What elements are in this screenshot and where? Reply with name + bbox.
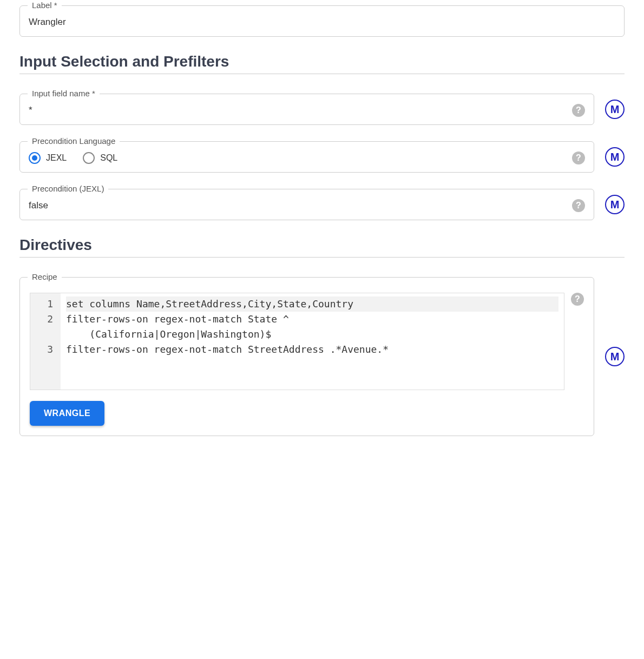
input-field-name-input[interactable] xyxy=(29,104,572,117)
label-fieldset: Label * xyxy=(19,5,625,37)
help-icon[interactable]: ? xyxy=(572,104,585,117)
radio-selected-icon xyxy=(29,152,41,164)
label-input[interactable] xyxy=(29,16,615,29)
macro-icon[interactable]: M xyxy=(605,347,625,366)
code-line: filter-rows-on regex-not-match StreetAdd… xyxy=(66,342,558,357)
code-gutter: 1 2 3 xyxy=(30,293,61,390)
wrangle-button[interactable]: WRANGLE xyxy=(30,401,104,426)
code-lines: set columns Name,StreetAddress,City,Stat… xyxy=(61,293,564,390)
precondition-language-option-jexl[interactable]: JEXL xyxy=(29,152,67,164)
code-line: (California|Oregon|Washington)$ xyxy=(66,327,558,342)
radio-label: JEXL xyxy=(46,153,67,163)
label-field-legend: Label * xyxy=(28,1,62,10)
macro-icon[interactable]: M xyxy=(605,195,625,214)
radio-label: SQL xyxy=(100,153,117,163)
code-line: set columns Name,StreetAddress,City,Stat… xyxy=(66,296,558,312)
section-rule xyxy=(19,74,625,74)
recipe-code-editor[interactable]: 1 2 3 set columns Name,StreetAddress,Cit… xyxy=(30,293,564,390)
recipe-legend: Recipe xyxy=(28,272,62,281)
code-line: filter-rows-on regex-not-match State ^ xyxy=(66,312,558,327)
macro-icon[interactable]: M xyxy=(605,147,625,167)
precondition-language-legend: Precondition Language xyxy=(28,136,120,146)
precondition-language-option-sql[interactable]: SQL xyxy=(83,152,117,164)
precondition-jexl-input[interactable] xyxy=(29,199,572,212)
precondition-language-fieldset: Precondition Language JEXL SQL ? xyxy=(19,141,594,173)
help-icon[interactable]: ? xyxy=(571,293,584,306)
help-icon[interactable]: ? xyxy=(572,199,585,212)
radio-unselected-icon xyxy=(83,152,95,164)
section-directives-heading: Directives xyxy=(19,236,625,254)
help-icon[interactable]: ? xyxy=(572,151,585,164)
section-rule xyxy=(19,257,625,258)
section-input-selection-heading: Input Selection and Prefilters xyxy=(19,53,625,70)
precondition-jexl-legend: Precondition (JEXL) xyxy=(28,184,108,193)
input-field-name-fieldset: Input field name * ? xyxy=(19,94,594,125)
input-field-name-legend: Input field name * xyxy=(28,89,100,98)
macro-icon[interactable]: M xyxy=(605,100,625,119)
recipe-fieldset: Recipe 1 2 3 set columns Name,StreetAddr… xyxy=(19,277,594,436)
precondition-jexl-fieldset: Precondition (JEXL) ? xyxy=(19,189,594,220)
